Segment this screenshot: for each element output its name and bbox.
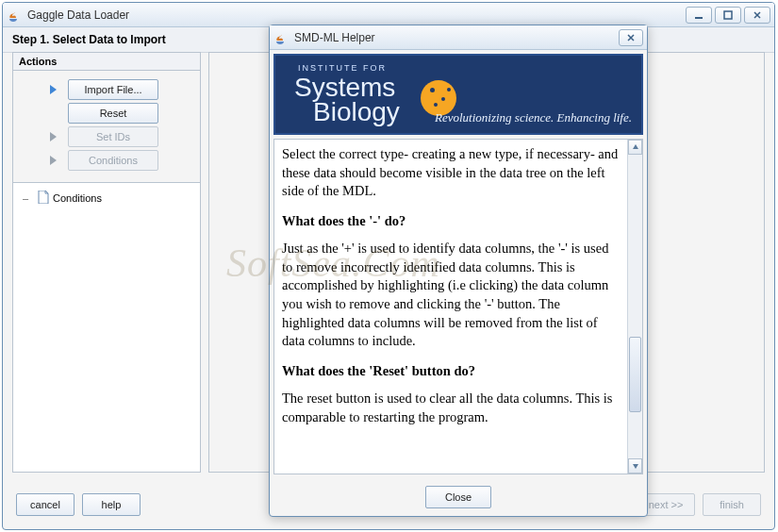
- helper-dialog: SMD-ML Helper INSTITUTE FOR Systems Biol…: [269, 25, 648, 517]
- help-heading: What does the '-' do?: [282, 212, 620, 231]
- scroll-down-icon[interactable]: [628, 458, 642, 474]
- scrollbar-thumb[interactable]: [629, 337, 641, 412]
- scrollbar-track[interactable]: [628, 155, 642, 458]
- svg-rect-0: [695, 17, 703, 19]
- banner-tagline: Revolutionizing science. Enhancing life.: [435, 110, 632, 125]
- conditions-button[interactable]: Conditions: [68, 150, 158, 171]
- arrow-right-icon: [45, 130, 62, 143]
- help-paragraph: The reset button is used to clear all th…: [282, 390, 620, 426]
- dialog-titlebar[interactable]: SMD-ML Helper: [270, 25, 647, 50]
- isb-banner: INSTITUTE FOR Systems Biology Revolution…: [273, 54, 643, 135]
- window-controls: [686, 7, 770, 24]
- actions-panel: Actions Import File... Reset Set IDs Con…: [12, 52, 201, 184]
- help-content-scroll[interactable]: Select the correct type- creating a new …: [274, 140, 627, 474]
- scroll-up-icon[interactable]: [628, 140, 642, 155]
- minimize-button[interactable]: [686, 7, 712, 24]
- finish-button[interactable]: finish: [703, 493, 761, 516]
- dialog-close-action-button[interactable]: Close: [425, 486, 491, 508]
- arrow-right-icon: [45, 83, 62, 96]
- help-button[interactable]: help: [82, 493, 141, 516]
- dialog-close-button[interactable]: [619, 29, 643, 46]
- help-paragraph: Just as the '+' is used to identify data…: [282, 240, 620, 350]
- reset-button[interactable]: Reset: [68, 103, 158, 124]
- vertical-scrollbar[interactable]: [627, 140, 642, 474]
- tree-toggle-icon[interactable]: –: [23, 192, 34, 204]
- help-content-area: Select the correct type- creating a new …: [273, 139, 643, 474]
- actions-header: Actions: [13, 52, 200, 71]
- tree-panel: – Conditions: [12, 182, 201, 473]
- document-icon: [38, 191, 49, 206]
- java-cup-icon: [7, 8, 22, 23]
- main-window-title: Gaggle Data Loader: [27, 8, 686, 22]
- actions-body: Import File... Reset Set IDs Conditions: [13, 71, 200, 183]
- import-file-button[interactable]: Import File...: [68, 79, 158, 100]
- banner-institute-text: INSTITUTE FOR: [298, 63, 387, 73]
- banner-biology-text: Biology: [313, 99, 400, 125]
- dialog-title: SMD-ML Helper: [294, 31, 619, 44]
- help-heading: What does the 'Reset' button do?: [282, 362, 620, 381]
- arrow-right-icon: [45, 154, 62, 167]
- tree-item-conditions[interactable]: – Conditions: [17, 189, 196, 208]
- set-ids-button[interactable]: Set IDs: [68, 126, 158, 147]
- java-cup-icon: [273, 30, 289, 45]
- help-paragraph: Select the correct type- creating a new …: [282, 145, 620, 201]
- maximize-button[interactable]: [715, 7, 741, 24]
- svg-rect-1: [724, 11, 732, 19]
- dialog-footer: Close: [270, 478, 647, 516]
- close-button[interactable]: [744, 7, 770, 24]
- cancel-button[interactable]: cancel: [16, 493, 74, 516]
- tree-item-label: Conditions: [53, 192, 102, 204]
